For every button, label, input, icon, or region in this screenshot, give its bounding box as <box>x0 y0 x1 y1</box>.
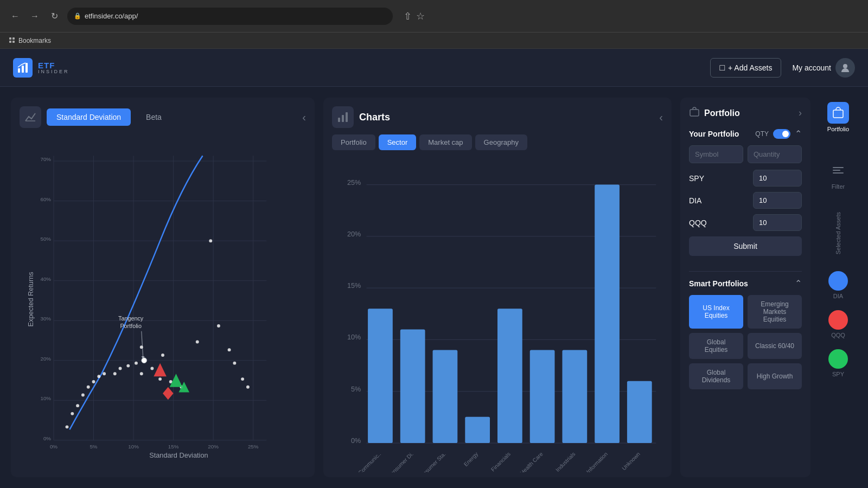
svg-rect-92 <box>530 350 555 444</box>
bar-chart-container: 0% 5% 10% 15% 20% 25% <box>332 159 663 472</box>
svg-text:30%: 30% <box>40 316 51 322</box>
sp-global[interactable]: Global Equities <box>689 333 743 359</box>
svg-rect-89 <box>433 350 458 444</box>
smart-portfolios-grid: US Index Equities Emerging Markets Equit… <box>689 295 802 389</box>
tab-market-cap[interactable]: Market cap <box>419 134 471 150</box>
tab-portfolio[interactable]: Portfolio <box>332 134 375 150</box>
bookmarks-bar: Bookmarks <box>0 33 868 49</box>
svg-rect-93 <box>562 350 587 444</box>
back-button[interactable]: ← <box>9 10 22 23</box>
sp-high-growth[interactable]: High Growth <box>748 363 802 389</box>
beta-tab[interactable]: Beta <box>136 108 171 126</box>
icon-panel-filter[interactable]: Filter <box>827 159 849 190</box>
svg-rect-91 <box>497 309 522 443</box>
bookmarks-label: Bookmarks <box>9 37 51 44</box>
icon-panel-spy[interactable]: SPY <box>828 349 848 377</box>
icon-panel-selected-assets[interactable]: Selected Assets <box>827 211 849 255</box>
svg-text:Standard Deviation: Standard Deviation <box>149 451 208 459</box>
portfolio-expand-arrow[interactable]: › <box>799 107 802 119</box>
svg-rect-2 <box>9 41 11 43</box>
smart-portfolios-header: Smart Portfolios ⌃ <box>689 278 802 288</box>
svg-point-54 <box>140 372 143 375</box>
qty-toggle[interactable] <box>773 129 790 139</box>
your-portfolio-row: Your Portfolio QTY ⌃ <box>689 129 802 139</box>
tab-geography[interactable]: Geography <box>475 134 527 150</box>
svg-text:0%: 0% <box>43 435 51 441</box>
spy-row: SPY <box>689 170 802 187</box>
my-account[interactable]: My account <box>792 58 855 78</box>
selected-assets-icon: Selected Assets <box>827 211 849 255</box>
forward-button[interactable]: → <box>28 10 41 23</box>
icon-panel-dia[interactable]: DIA <box>828 271 848 299</box>
standard-deviation-tab[interactable]: Standard Deviation <box>47 108 131 126</box>
bookmark-icon[interactable]: ☆ <box>416 10 425 22</box>
sp-classic[interactable]: Classic 60/40 <box>748 333 802 359</box>
charts-title: Charts <box>359 112 654 123</box>
left-panel-header: Standard Deviation Beta ‹ <box>20 106 306 128</box>
portfolio-title: Portfolio <box>704 108 794 118</box>
svg-rect-3 <box>12 41 15 43</box>
svg-point-56 <box>158 377 162 381</box>
collapse-icon[interactable]: ⌃ <box>795 129 802 139</box>
charts-panel-collapse[interactable]: ‹ <box>659 111 663 124</box>
svg-text:50%: 50% <box>40 236 51 242</box>
submit-button[interactable]: Submit <box>689 236 802 256</box>
svg-rect-105 <box>690 110 699 116</box>
icon-panel: Portfolio Filter Selected Assets DIA <box>819 98 857 477</box>
add-assets-button[interactable]: □ + Add Assets <box>710 58 781 78</box>
sp-us-index[interactable]: US Index Equities <box>689 295 743 329</box>
main-content: Standard Deviation Beta ‹ Expected Retur… <box>0 87 868 488</box>
share-icon[interactable]: ⇧ <box>404 10 412 22</box>
svg-text:60%: 60% <box>40 196 51 202</box>
svg-text:10%: 10% <box>40 395 51 401</box>
svg-text:20%: 20% <box>40 356 51 362</box>
logo: ETF INSIDER <box>13 58 69 78</box>
svg-point-52 <box>126 364 130 368</box>
svg-text:Tangency: Tangency <box>118 315 144 322</box>
url-bar[interactable]: 🔒 etfinsider.co/app/ <box>67 8 393 25</box>
svg-text:5%: 5% <box>90 444 97 450</box>
dia-qty-input[interactable] <box>753 192 802 209</box>
svg-rect-94 <box>595 185 620 444</box>
dia-symbol: DIA <box>689 196 749 205</box>
svg-text:Industrials: Industrials <box>554 451 577 472</box>
dia-indicator <box>828 271 848 291</box>
icon-panel-qqq[interactable]: QQQ <box>828 310 848 338</box>
dia-label: DIA <box>833 293 843 299</box>
svg-marker-70 <box>163 387 174 400</box>
spy-symbol: SPY <box>689 174 749 183</box>
svg-text:5%: 5% <box>351 386 361 393</box>
svg-text:Health Care: Health Care <box>519 451 544 472</box>
spy-indicator <box>828 349 848 369</box>
svg-point-41 <box>142 358 147 363</box>
svg-point-61 <box>196 341 199 344</box>
lock-icon: 🔒 <box>74 12 81 20</box>
sp-dividends[interactable]: Global Dividends <box>689 363 743 389</box>
quantity-input[interactable] <box>748 145 802 163</box>
portfolio-panel-icon <box>827 102 849 124</box>
svg-text:10%: 10% <box>347 333 361 341</box>
qqq-indicator <box>828 310 848 330</box>
svg-point-51 <box>119 367 122 370</box>
sp-emerging[interactable]: Emerging Markets Equities <box>748 295 802 329</box>
icon-panel-portfolio[interactable]: Portfolio <box>827 102 849 132</box>
svg-point-64 <box>228 348 231 351</box>
qty-label: QTY <box>755 130 769 138</box>
refresh-button[interactable]: ↻ <box>48 10 61 23</box>
svg-text:Consumer Sta.: Consumer Sta. <box>417 451 447 472</box>
account-avatar <box>835 58 855 78</box>
portfolio-inputs <box>689 145 802 163</box>
browser-actions: ⇧ ☆ <box>404 10 425 22</box>
tab-sector[interactable]: Sector <box>379 134 417 150</box>
symbol-input[interactable] <box>689 145 743 163</box>
svg-point-42 <box>66 425 69 428</box>
smart-portfolios-collapse[interactable]: ⌃ <box>795 278 802 288</box>
filter-panel-icon <box>827 159 849 181</box>
svg-line-40 <box>142 331 143 358</box>
dia-row: DIA <box>689 192 802 209</box>
charts-header: Charts ‹ <box>332 106 663 128</box>
svg-text:Expected Returns: Expected Returns <box>27 272 35 326</box>
left-panel-collapse[interactable]: ‹ <box>302 111 306 124</box>
spy-qty-input[interactable] <box>753 170 802 187</box>
qqq-qty-input[interactable] <box>753 214 802 231</box>
